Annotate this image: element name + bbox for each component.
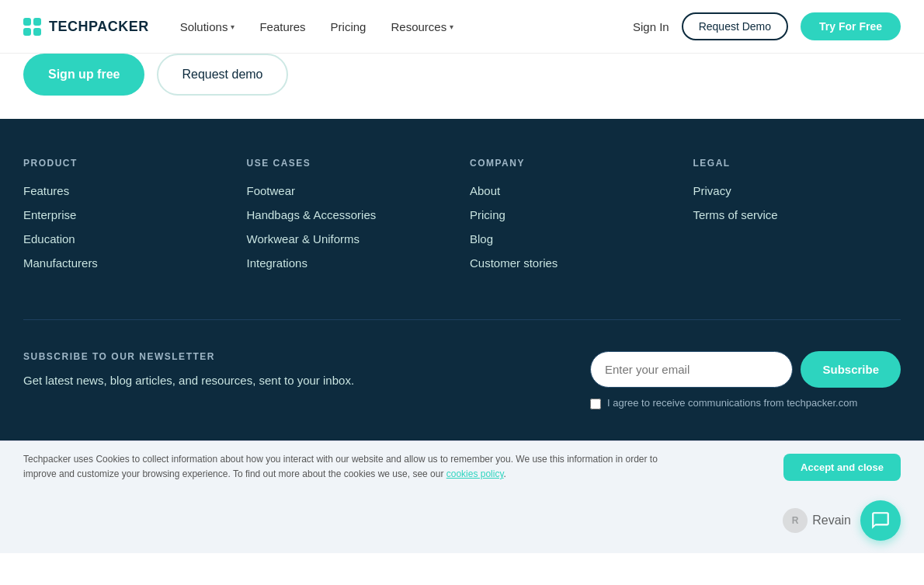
footer-link-privacy[interactable]: Privacy — [693, 184, 901, 197]
footer-col-legal: LEGAL Privacy Terms of service — [693, 158, 901, 280]
footer-link-terms[interactable]: Terms of service — [693, 208, 901, 221]
logo-dot-3 — [23, 28, 31, 36]
footer-divider — [23, 319, 901, 320]
footer-link-customer-stories[interactable]: Customer stories — [470, 256, 678, 270]
nav-links: Solutions ▾ Features Pricing Resources ▾ — [180, 20, 633, 33]
cookie-banner: Techpacker uses Cookies to collect infor… — [0, 440, 924, 493]
footer-link-about[interactable]: About — [470, 184, 678, 197]
revain-logo: R Revain — [783, 508, 851, 533]
chat-button[interactable] — [860, 500, 901, 541]
try-free-button[interactable]: Try For Free — [801, 12, 901, 40]
footer-link-education[interactable]: Education — [23, 232, 231, 245]
footer-link-features[interactable]: Features — [23, 184, 231, 197]
logo-dot-2 — [33, 18, 41, 26]
footer-link-manufacturers[interactable]: Manufacturers — [23, 256, 231, 270]
nav-pricing[interactable]: Pricing — [331, 20, 366, 33]
footer-col-usecases: USE CASES Footwear Handbags & Accessorie… — [247, 158, 455, 280]
footer-col-product: PRODUCT Features Enterprise Education Ma… — [23, 158, 231, 280]
nav-solutions[interactable]: Solutions ▾ — [180, 20, 235, 33]
logo-dot-1 — [23, 18, 31, 26]
footer-product-title: PRODUCT — [23, 158, 231, 169]
signup-button[interactable]: Sign up free — [23, 54, 144, 96]
logo-dots — [23, 18, 41, 36]
logo-dot-4 — [33, 28, 41, 36]
logo-icon — [23, 18, 41, 36]
signin-button[interactable]: Sign In — [633, 20, 669, 33]
newsletter-row: SUBSCRIBE TO OUR NEWSLETTER Get latest n… — [23, 351, 901, 409]
revain-label: Revain — [812, 514, 851, 528]
footer-grid: PRODUCT Features Enterprise Education Ma… — [23, 158, 901, 312]
newsletter-input-row: Subscribe — [590, 351, 901, 388]
chevron-down-icon: ▾ — [231, 23, 234, 31]
logo[interactable]: TECHPACKER — [23, 18, 149, 36]
nav-features[interactable]: Features — [259, 20, 305, 33]
newsletter-desc: Get latest news, blog articles, and reso… — [23, 371, 354, 390]
request-demo-button[interactable]: Request Demo — [682, 12, 788, 40]
cookies-policy-link[interactable]: cookies policy — [446, 468, 504, 479]
chat-widget-area: R Revain — [0, 493, 924, 553]
footer-link-pricing[interactable]: Pricing — [470, 208, 678, 221]
accept-cookies-button[interactable]: Accept and close — [783, 454, 901, 481]
footer-link-enterprise[interactable]: Enterprise — [23, 208, 231, 221]
footer-link-footwear[interactable]: Footwear — [247, 184, 455, 197]
agree-checkbox[interactable] — [590, 399, 601, 409]
footer: PRODUCT Features Enterprise Education Ma… — [0, 119, 924, 440]
footer-company-title: COMPANY — [470, 158, 678, 169]
navbar: TECHPACKER Solutions ▾ Features Pricing … — [0, 0, 924, 54]
agree-text: I agree to receive communications from t… — [607, 397, 857, 409]
footer-link-handbags[interactable]: Handbags & Accessories — [247, 208, 455, 221]
footer-link-integrations[interactable]: Integrations — [247, 256, 455, 270]
newsletter-agree-label[interactable]: I agree to receive communications from t… — [590, 397, 901, 409]
nav-resources[interactable]: Resources ▾ — [391, 20, 453, 33]
footer-newsletter: SUBSCRIBE TO OUR NEWSLETTER Get latest n… — [23, 351, 901, 440]
footer-col-company: COMPANY About Pricing Blog Customer stor… — [470, 158, 678, 280]
nav-actions: Sign In Request Demo Try For Free — [633, 12, 901, 40]
subscribe-button[interactable]: Subscribe — [801, 351, 901, 388]
newsletter-title: SUBSCRIBE TO OUR NEWSLETTER — [23, 351, 354, 362]
footer-legal-title: LEGAL — [693, 158, 901, 169]
footer-link-blog[interactable]: Blog — [470, 232, 678, 245]
logo-text: TECHPACKER — [49, 19, 149, 35]
cookie-text-before: Techpacker uses Cookies to collect infor… — [23, 454, 658, 479]
newsletter-right: Subscribe I agree to receive communicati… — [590, 351, 901, 409]
chat-icon — [870, 510, 891, 531]
chevron-down-icon: ▾ — [450, 23, 453, 31]
cookie-text: Techpacker uses Cookies to collect infor… — [23, 452, 676, 482]
footer-link-workwear[interactable]: Workwear & Uniforms — [247, 232, 455, 245]
cookie-text-after: . — [504, 468, 506, 479]
footer-usecases-title: USE CASES — [247, 158, 455, 169]
email-input[interactable] — [590, 351, 793, 388]
newsletter-left: SUBSCRIBE TO OUR NEWSLETTER Get latest n… — [23, 351, 354, 390]
revain-icon: R — [783, 508, 808, 533]
hero-request-demo-button[interactable]: Request demo — [157, 54, 287, 96]
